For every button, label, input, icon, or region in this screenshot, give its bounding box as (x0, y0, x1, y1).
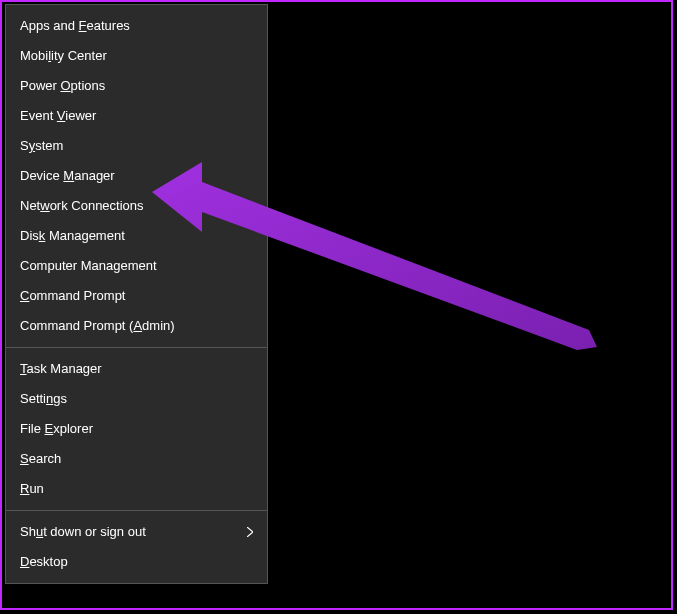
menu-item-system[interactable]: System (6, 131, 267, 161)
chevron-right-icon (247, 527, 253, 537)
screenshot-frame: Apps and FeaturesMobility CenterPower Op… (0, 0, 673, 610)
menu-item-label: Mobility Center (20, 48, 107, 63)
menu-item-label: Search (20, 451, 61, 466)
menu-item-event-viewer[interactable]: Event Viewer (6, 101, 267, 131)
menu-item-label: Settings (20, 391, 67, 406)
menu-item-run[interactable]: Run (6, 474, 267, 504)
menu-item-label: Command Prompt (Admin) (20, 318, 175, 333)
menu-separator (6, 510, 267, 511)
menu-item-label: Event Viewer (20, 108, 96, 123)
menu-item-device-manager[interactable]: Device Manager (6, 161, 267, 191)
menu-item-command-prompt[interactable]: Command Prompt (6, 281, 267, 311)
menu-item-computer-management[interactable]: Computer Management (6, 251, 267, 281)
menu-item-label: Run (20, 481, 44, 496)
menu-item-task-manager[interactable]: Task Manager (6, 354, 267, 384)
menu-item-label: Shut down or sign out (20, 524, 146, 539)
menu-item-apps-and-features[interactable]: Apps and Features (6, 11, 267, 41)
menu-item-settings[interactable]: Settings (6, 384, 267, 414)
menu-item-desktop[interactable]: Desktop (6, 547, 267, 577)
menu-item-mobility-center[interactable]: Mobility Center (6, 41, 267, 71)
menu-item-label: Apps and Features (20, 18, 130, 33)
menu-item-label: Network Connections (20, 198, 144, 213)
menu-item-network-connections[interactable]: Network Connections (6, 191, 267, 221)
menu-item-search[interactable]: Search (6, 444, 267, 474)
menu-item-label: Power Options (20, 78, 105, 93)
menu-item-file-explorer[interactable]: File Explorer (6, 414, 267, 444)
menu-item-label: System (20, 138, 63, 153)
menu-item-disk-management[interactable]: Disk Management (6, 221, 267, 251)
menu-item-label: Command Prompt (20, 288, 125, 303)
menu-item-label: Computer Management (20, 258, 157, 273)
menu-item-label: Device Manager (20, 168, 115, 183)
menu-item-command-prompt-admin[interactable]: Command Prompt (Admin) (6, 311, 267, 341)
menu-separator (6, 347, 267, 348)
menu-item-label: Disk Management (20, 228, 125, 243)
menu-item-label: File Explorer (20, 421, 93, 436)
menu-item-label: Task Manager (20, 361, 102, 376)
menu-item-shut-down-or-sign-out[interactable]: Shut down or sign out (6, 517, 267, 547)
menu-item-power-options[interactable]: Power Options (6, 71, 267, 101)
menu-item-label: Desktop (20, 554, 68, 569)
winx-context-menu[interactable]: Apps and FeaturesMobility CenterPower Op… (5, 4, 268, 584)
